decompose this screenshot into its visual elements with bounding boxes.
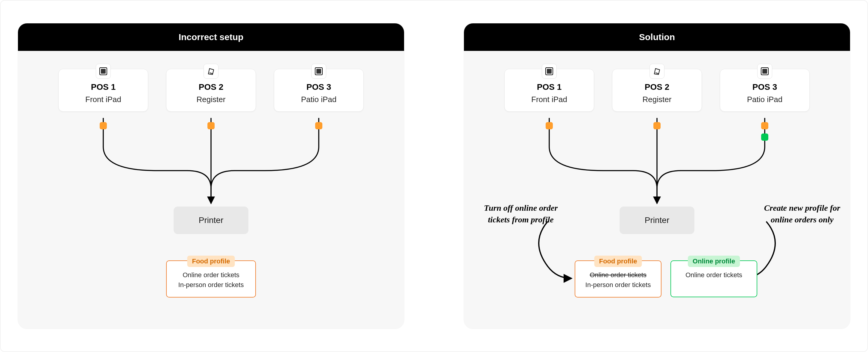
profile-dot-orange — [100, 122, 107, 129]
pos-card-2: POS 2 Register — [166, 69, 256, 111]
register-icon — [204, 64, 218, 79]
pos-subtitle: Register — [166, 95, 256, 104]
svg-rect-1 — [101, 69, 106, 74]
svg-rect-9 — [762, 69, 767, 74]
page-canvas: Incorrect setup POS 1 Front iPad POS 2 R… — [0, 0, 868, 352]
profile-dot-orange — [653, 122, 660, 129]
profile-dot-orange — [208, 122, 215, 129]
svg-rect-6 — [547, 69, 552, 74]
svg-rect-4 — [316, 69, 321, 74]
profile-line-strike: Online order tickets — [584, 270, 652, 280]
profile-line: In-person order tickets — [175, 280, 247, 290]
profile-dot-orange — [761, 122, 768, 129]
profile-dot-orange — [315, 122, 322, 129]
profile-badge: Online profile — [688, 256, 740, 267]
pos-card-2: POS 2 Register — [612, 69, 702, 111]
pos-card-3: POS 3 Patio iPad — [274, 69, 364, 111]
profile-dot-green — [761, 133, 768, 141]
profile-line: Online order tickets — [679, 270, 748, 280]
handwritten-note-left: Turn off online order tickets from profi… — [482, 202, 560, 225]
pos-title: POS 3 — [274, 82, 363, 92]
pos-card-3: POS 3 Patio iPad — [720, 69, 810, 111]
tablet-icon — [96, 64, 111, 79]
pos-subtitle: Front iPad — [59, 95, 148, 104]
svg-line-7 — [655, 73, 658, 74]
pos-row: POS 1 Front iPad POS 2 Register POS 3 Pa… — [18, 69, 404, 111]
pos-row: POS 1 Front iPad POS 2 Register POS 3 Pa… — [464, 69, 850, 111]
profile-badge: Food profile — [187, 256, 235, 267]
pos-title: POS 2 — [612, 82, 702, 92]
tablet-icon — [542, 64, 557, 79]
pos-title: POS 1 — [505, 82, 594, 92]
pos-subtitle: Patio iPad — [720, 95, 809, 104]
panel-body: POS 1 Front iPad POS 2 Register POS 3 Pa… — [464, 51, 850, 329]
pos-card-1: POS 1 Front iPad — [504, 69, 594, 111]
pos-subtitle: Patio iPad — [274, 95, 363, 104]
pos-title: POS 3 — [720, 82, 809, 92]
printer-node: Printer — [620, 206, 694, 234]
pos-subtitle: Front iPad — [505, 95, 594, 104]
pos-subtitle: Register — [612, 95, 702, 104]
solution-panel: Solution POS 1 Front iPad POS 2 Register — [464, 23, 850, 329]
panel-body: POS 1 Front iPad POS 2 Register POS 3 Pa… — [18, 51, 404, 329]
profile-badge: Food profile — [594, 256, 642, 267]
register-icon — [650, 64, 664, 79]
handwritten-note-right: Create new profile for online orders onl… — [763, 202, 841, 225]
svg-line-2 — [210, 73, 213, 74]
pos-title: POS 1 — [59, 82, 148, 92]
panel-title: Solution — [464, 23, 850, 51]
tablet-icon — [757, 64, 772, 79]
pos-title: POS 2 — [166, 82, 256, 92]
food-profile-card: Food profile Online order tickets In-per… — [166, 260, 256, 297]
printer-node: Printer — [174, 206, 248, 234]
incorrect-setup-panel: Incorrect setup POS 1 Front iPad POS 2 R… — [18, 23, 404, 329]
online-profile-card: Online profile Online order tickets — [671, 260, 757, 297]
panel-title: Incorrect setup — [18, 23, 404, 51]
food-profile-card: Food profile Online order tickets In-per… — [575, 260, 661, 297]
profile-line: Online order tickets — [175, 270, 247, 280]
pos-card-1: POS 1 Front iPad — [58, 69, 148, 111]
profile-dot-orange — [546, 122, 553, 129]
tablet-icon — [311, 64, 326, 79]
profile-line: In-person order tickets — [584, 280, 652, 290]
